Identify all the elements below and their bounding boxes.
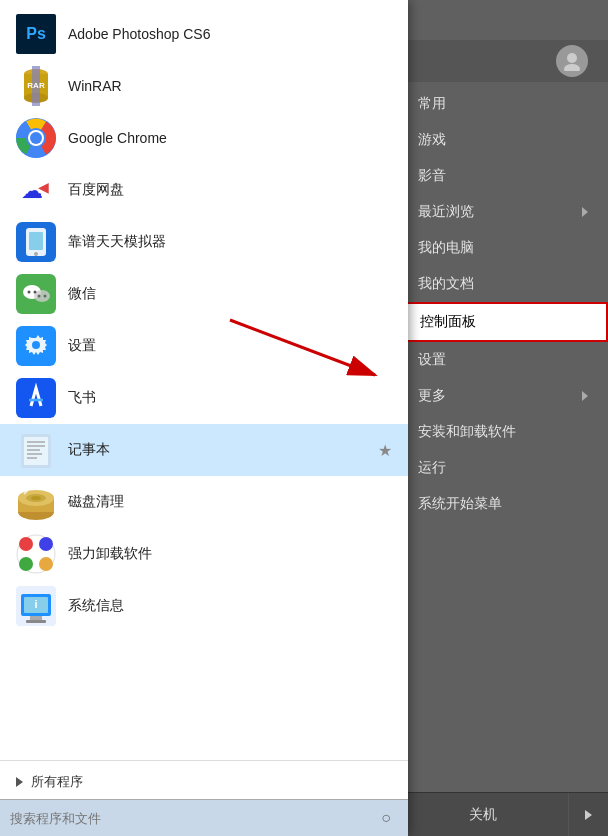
app-label-winrar: WinRAR — [68, 78, 122, 94]
right-menu-label-yingyin: 影音 — [418, 167, 446, 185]
right-menu-item-more[interactable]: 更多 — [398, 378, 608, 414]
all-programs-label: 所有程序 — [31, 773, 83, 791]
app-icon-feishu — [16, 378, 56, 418]
app-label-uninstall: 强力卸载软件 — [68, 545, 152, 563]
app-label-sysinfo: 系统信息 — [68, 597, 124, 615]
right-menu-item-mydoc[interactable]: 我的文档 — [398, 266, 608, 302]
svg-point-1 — [564, 64, 580, 71]
svg-text:i: i — [34, 598, 37, 610]
divider — [0, 760, 408, 761]
app-icon-sysinfo: i — [16, 586, 56, 626]
search-icon[interactable]: ○ — [374, 806, 398, 830]
user-area — [398, 40, 608, 82]
right-menu-label-youxi: 游戏 — [418, 131, 446, 149]
app-item-baidu[interactable]: ☁ ◀ 百度网盘 — [0, 164, 408, 216]
svg-point-21 — [28, 291, 31, 294]
right-menu-label-mydoc: 我的文档 — [418, 275, 474, 293]
app-label-settings: 设置 — [68, 337, 96, 355]
svg-point-42 — [39, 537, 53, 551]
apps-list: PsAdobe Photoshop CS6 RAR WinRAR Google … — [0, 0, 408, 756]
app-icon-winrar: RAR — [16, 66, 56, 106]
right-menu-label-more: 更多 — [418, 387, 446, 405]
svg-point-22 — [34, 291, 37, 294]
app-item-chrome[interactable]: Google Chrome — [0, 112, 408, 164]
app-item-diskcleaner[interactable]: 磁盘清理 — [0, 476, 408, 528]
arrow-right-icon — [585, 810, 592, 820]
svg-point-10 — [30, 132, 42, 144]
right-menu-label-zuijin: 最近浏览 — [418, 203, 474, 221]
submenu-arrow-icon — [582, 207, 588, 217]
right-menu: 常用游戏影音最近浏览我的电脑我的文档控制面板设置更多安装和卸载软件运行系统开始菜… — [398, 86, 608, 522]
app-icon-diskcleaner — [16, 482, 56, 522]
app-label-feishu: 飞书 — [68, 389, 96, 407]
right-menu-label-mypc: 我的电脑 — [418, 239, 474, 257]
app-label-photoshop: Adobe Photoshop CS6 — [68, 26, 210, 42]
right-menu-item-youxi[interactable]: 游戏 — [398, 122, 608, 158]
app-item-settings[interactable]: 设置 — [0, 320, 408, 372]
app-icon-chrome — [16, 118, 56, 158]
right-menu-item-controlpanel[interactable]: 控制面板 — [398, 302, 608, 342]
app-label-phone: 靠谱天天模拟器 — [68, 233, 166, 251]
svg-point-0 — [567, 53, 577, 63]
right-menu-item-yingyin[interactable]: 影音 — [398, 158, 608, 194]
shutdown-button[interactable]: 关机 — [398, 798, 568, 832]
app-icon-photoshop: Ps — [16, 14, 56, 54]
app-item-uninstall[interactable]: 强力卸载软件 — [0, 528, 408, 580]
app-icon-baidu: ☁ ◀ — [16, 170, 56, 210]
app-icon-wechat — [16, 274, 56, 314]
svg-point-45 — [30, 548, 42, 560]
svg-point-24 — [44, 295, 47, 298]
shutdown-arrow-button[interactable] — [568, 793, 608, 837]
svg-point-26 — [32, 341, 40, 349]
right-menu-item-zuijin[interactable]: 最近浏览 — [398, 194, 608, 230]
arrow-icon — [16, 777, 23, 787]
svg-rect-16 — [29, 232, 43, 250]
right-menu-item-shezhi[interactable]: 设置 — [398, 342, 608, 378]
svg-rect-49 — [30, 616, 42, 620]
app-icon-settings — [16, 326, 56, 366]
app-label-notepad: 记事本 — [68, 441, 110, 459]
right-menu-item-install[interactable]: 安装和卸载软件 — [398, 414, 608, 450]
app-label-chrome: Google Chrome — [68, 130, 167, 146]
right-menu-label-shezhi: 设置 — [418, 351, 446, 369]
right-menu-item-startmenu[interactable]: 系统开始菜单 — [398, 486, 608, 522]
start-menu: PsAdobe Photoshop CS6 RAR WinRAR Google … — [0, 0, 408, 836]
svg-text:RAR: RAR — [27, 81, 45, 90]
avatar — [556, 45, 588, 77]
svg-point-17 — [34, 252, 38, 256]
svg-point-39 — [31, 496, 41, 500]
svg-point-44 — [39, 557, 53, 571]
app-icon-notepad — [16, 430, 56, 470]
app-item-wechat[interactable]: 微信 — [0, 268, 408, 320]
svg-rect-29 — [24, 437, 48, 465]
right-menu-item-mypc[interactable]: 我的电脑 — [398, 230, 608, 266]
search-input[interactable] — [10, 811, 374, 826]
app-label-baidu: 百度网盘 — [68, 181, 124, 199]
svg-point-43 — [19, 557, 33, 571]
search-bar: ○ — [0, 799, 408, 836]
svg-point-41 — [19, 537, 33, 551]
svg-point-23 — [38, 295, 41, 298]
app-item-winrar[interactable]: RAR WinRAR — [0, 60, 408, 112]
app-label-diskcleaner: 磁盘清理 — [68, 493, 124, 511]
right-menu-label-changyong: 常用 — [418, 95, 446, 113]
svg-rect-50 — [26, 620, 46, 623]
app-item-feishu[interactable]: 飞书 — [0, 372, 408, 424]
app-item-photoshop[interactable]: PsAdobe Photoshop CS6 — [0, 8, 408, 60]
app-icon-phone — [16, 222, 56, 262]
app-item-sysinfo[interactable]: i 系统信息 — [0, 580, 408, 632]
all-programs[interactable]: 所有程序 — [0, 765, 408, 799]
right-menu-item-run[interactable]: 运行 — [398, 450, 608, 486]
submenu-arrow-icon — [582, 391, 588, 401]
shutdown-bar: 关机 — [398, 792, 608, 836]
app-icon-uninstall — [16, 534, 56, 574]
app-item-notepad[interactable]: 记事本★ — [0, 424, 408, 476]
right-panel: 常用游戏影音最近浏览我的电脑我的文档控制面板设置更多安装和卸载软件运行系统开始菜… — [398, 0, 608, 836]
star-icon: ★ — [378, 441, 392, 460]
app-label-wechat: 微信 — [68, 285, 96, 303]
right-menu-label-run: 运行 — [418, 459, 446, 477]
svg-text:◀: ◀ — [38, 179, 49, 195]
right-menu-label-controlpanel: 控制面板 — [420, 313, 476, 331]
app-item-phone[interactable]: 靠谱天天模拟器 — [0, 216, 408, 268]
right-menu-item-changyong[interactable]: 常用 — [398, 86, 608, 122]
